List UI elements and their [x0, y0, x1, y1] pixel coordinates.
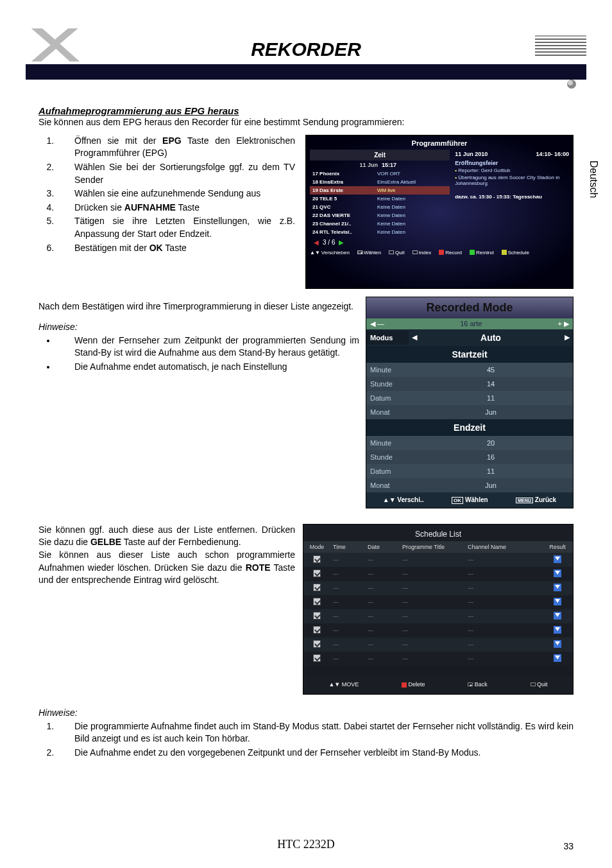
col-mode: Mode	[303, 541, 330, 553]
epg-zeit-label: Zeit	[310, 150, 450, 161]
rec-foot-waehlen[interactable]: OKWählen	[452, 496, 488, 504]
end-stunde-row[interactable]: Stunde16	[366, 450, 573, 464]
recorded-footer: ▲▼ Verschi.. OKWählen MENUZurück	[366, 492, 573, 508]
hint-item: Die Aufnahme endet automatisch, je nach …	[56, 361, 359, 374]
download-icon	[554, 640, 561, 648]
epg-channel-row[interactable]: 18 EinsExtraEinsExtra Aktuell	[310, 178, 450, 186]
language-tab: Deutsch	[588, 161, 599, 198]
epg-panel: Programmführer Zeit 11 Jun 15:17 17 Phoe…	[305, 135, 574, 289]
epg-time: 15:17	[382, 162, 447, 168]
sched-foot-back[interactable]: ◂ Back	[468, 681, 488, 688]
step-item: Drücken sie AUFNAHME Taste	[56, 202, 295, 214]
endzeit-header: Endzeit	[366, 419, 573, 436]
schedule-row[interactable]: --------- ---	[303, 638, 573, 652]
schedule-row[interactable]: --------- ---	[303, 567, 573, 581]
col-result: Result	[542, 541, 573, 553]
epg-info-timerange: 14:10- 16:00	[536, 151, 569, 157]
epg-channel-row[interactable]: 24 RTL Televisi..Keine Daten	[310, 228, 450, 236]
schedule-header-row: Mode Time Date Programme Title Channel N…	[303, 541, 573, 553]
sched-foot-delete[interactable]: Delete	[402, 681, 425, 688]
arrow-right-icon[interactable]: + ▶	[558, 320, 569, 328]
hint-item: Wenn der Fernseher zum Zeitpunkt der pro…	[56, 334, 359, 360]
epg-foot-index[interactable]: Index	[412, 250, 432, 256]
arrow-right-icon[interactable]: ▶	[561, 333, 573, 342]
recorded-modus-row[interactable]: Modus ◀ Auto ▶	[366, 329, 573, 346]
epg-pager-text: 3 / 6	[323, 239, 335, 246]
schedule-row[interactable]: --------- ---	[303, 623, 573, 638]
epg-channel-row[interactable]: 21 QVCKeine Daten	[310, 203, 450, 211]
checkbox-icon[interactable]	[313, 584, 321, 591]
epg-channel-row[interactable]: 17 PhoenixVOR ORT	[310, 169, 450, 178]
checkbox-icon[interactable]	[313, 654, 321, 662]
recorded-title: Recorded Mode	[366, 297, 573, 318]
epg-foot-quit[interactable]: Quit	[389, 250, 405, 256]
checkbox-icon[interactable]	[313, 555, 321, 563]
sched-foot-quit[interactable]: Quit	[531, 681, 548, 688]
step-item: Wählen sie eine aufzunehmende Sendung au…	[56, 187, 295, 200]
col-prog: Programme Title	[400, 541, 465, 553]
checkbox-icon[interactable]	[313, 612, 321, 620]
start-datum-row[interactable]: Datum11	[366, 391, 573, 405]
epg-info-line: Übertragung aus dem Soccer City Stadion …	[455, 175, 569, 186]
arrow-left-icon[interactable]: ◀	[314, 239, 319, 246]
modus-value: Auto	[420, 329, 561, 346]
hint-item: Die Aufnahme endet zu den vorgegebenen Z…	[56, 747, 574, 759]
epg-channel-row[interactable]: 20 TELE 5Keine Daten	[310, 195, 450, 203]
epg-date-row: 11 Jun 15:17	[310, 161, 450, 169]
modus-label: Modus	[366, 331, 409, 345]
epg-foot-record[interactable]: Record	[439, 250, 462, 256]
rec-foot-zurueck[interactable]: MENUZurück	[516, 496, 556, 503]
epg-foot-schedule[interactable]: Schedule	[502, 250, 529, 256]
epg-channel-row[interactable]: 23 Channel 21/..Keine Daten	[310, 220, 450, 228]
schedule-row[interactable]: --------- ---	[303, 595, 573, 609]
schedule-title: Schedule List	[303, 525, 573, 541]
header-dark-bar	[26, 64, 586, 80]
schedule-row[interactable]: --------- ---	[303, 553, 573, 567]
schedule-row[interactable]: --------- ---	[303, 652, 573, 666]
hints-heading-2: Hinweise:	[38, 707, 574, 718]
end-datum-row[interactable]: Datum11	[366, 464, 573, 478]
checkbox-icon[interactable]	[313, 598, 321, 605]
epg-foot-waehlen[interactable]: OKWählen	[357, 250, 381, 256]
hints-heading: Hinweise:	[38, 322, 359, 332]
col-date: Date	[365, 541, 400, 553]
end-monat-row[interactable]: MonatJun	[366, 478, 573, 492]
recorded-channel: 16 arte	[384, 320, 557, 327]
checkbox-icon[interactable]	[313, 626, 321, 634]
arrow-right-icon[interactable]: ▶	[339, 239, 344, 246]
startzeit-header: Startzeit	[366, 346, 573, 363]
download-icon	[554, 598, 561, 605]
download-icon	[554, 584, 561, 591]
schedule-footer: ▲▼ MOVE Delete ◂ Back Quit	[303, 676, 573, 694]
checkbox-icon[interactable]	[313, 569, 321, 577]
epg-info-line: Reporter: Gerd Gottlob	[455, 168, 569, 173]
steps-list: Öffnen sie mit der EPG Taste den Elektro…	[38, 135, 295, 254]
step-item: Bestätigen mit der OK Taste	[56, 242, 295, 255]
start-minute-row[interactable]: Minute45	[366, 363, 573, 377]
rec-foot-verschi: ▲▼ Verschi..	[383, 496, 424, 503]
recorded-channel-row[interactable]: ◀ — 16 arte + ▶	[366, 318, 573, 329]
arrow-left-icon[interactable]: ◀	[409, 333, 420, 342]
schedule-row[interactable]: --------- ---	[303, 609, 573, 623]
epg-foot-remind[interactable]: Remind	[470, 250, 494, 256]
epg-channel-row[interactable]: 19 Das ErsteWM live	[310, 186, 450, 195]
hints-list-1: Wenn der Fernseher zum Zeitpunkt der pro…	[38, 334, 359, 374]
start-stunde-row[interactable]: Stunde14	[366, 377, 573, 391]
download-icon	[554, 555, 561, 563]
recorded-mode-panel: Recorded Mode ◀ — 16 arte + ▶ Modus ◀ Au…	[366, 297, 574, 508]
epg-date: 11 Jun	[312, 162, 382, 168]
end-minute-row[interactable]: Minute20	[366, 436, 573, 450]
start-monat-row[interactable]: MonatJun	[366, 405, 573, 419]
col-chan: Channel Name	[465, 541, 542, 553]
schedule-row[interactable]: --------- ---	[303, 581, 573, 595]
checkbox-icon[interactable]	[313, 640, 321, 648]
hint-item: Die programmierte Aufnahme findet auch i…	[56, 720, 574, 745]
step-item: Öffnen sie mit der EPG Taste den Elektro…	[56, 135, 295, 160]
page-number: 33	[563, 841, 574, 851]
step-item: Tätigen sie ihre Letzten Einstellungen, …	[56, 215, 295, 240]
epg-channel-row[interactable]: 22 DAS VIERTEKeine Daten	[310, 211, 450, 220]
list-remove-text: Sie können ggf. auch diese aus der Liste…	[38, 524, 295, 695]
arrow-left-icon[interactable]: ◀ —	[370, 320, 384, 328]
epg-pager[interactable]: ◀ 3 / 6 ▶	[310, 236, 450, 247]
section-intro: Sie können aus dem EPG heraus den Record…	[38, 116, 574, 128]
